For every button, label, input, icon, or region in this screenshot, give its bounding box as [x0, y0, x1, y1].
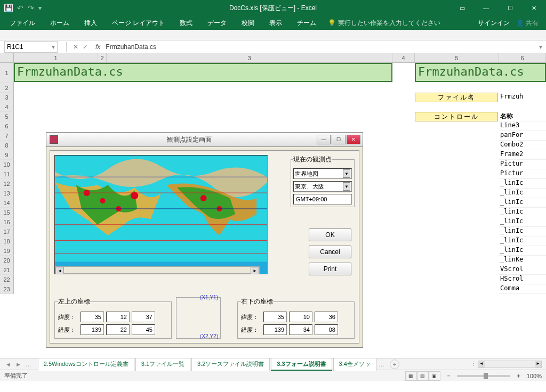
cell-c6[interactable]: _linIc: [499, 227, 546, 236]
zoom-out-icon[interactable]: －: [446, 372, 452, 380]
sheet-tab[interactable]: 3.2ソースファイル説明書: [191, 358, 270, 371]
br-lon-min[interactable]: [289, 324, 312, 335]
cell-c6[interactable]: VScrol: [499, 265, 546, 275]
row-header[interactable]: 5: [0, 112, 14, 121]
row-header[interactable]: 18: [0, 236, 14, 246]
br-lat-deg[interactable]: [263, 312, 287, 322]
row-header[interactable]: 20: [0, 256, 14, 265]
tab-data[interactable]: データ: [200, 17, 234, 30]
zoom-slider[interactable]: [457, 375, 510, 377]
sheet-tab[interactable]: 3.1ファイル一覧: [135, 358, 190, 371]
name-box[interactable]: R1C1 ▾: [4, 41, 58, 53]
map-scrollbar-horizontal[interactable]: [55, 266, 260, 274]
tl-lon-min[interactable]: [106, 324, 130, 335]
col-header[interactable]: 1: [14, 53, 98, 62]
tl-lon-deg[interactable]: [81, 324, 104, 335]
row-header[interactable]: 1: [0, 63, 14, 83]
cell-c6[interactable]: _linIc: [499, 189, 546, 198]
cell-filename-header[interactable]: ファイル名: [415, 93, 498, 102]
col-header[interactable]: 3: [107, 53, 392, 62]
zoom-percent[interactable]: 100%: [527, 373, 542, 379]
cell-c6[interactable]: Pictur: [499, 160, 546, 169]
zoom-in-icon[interactable]: ＋: [516, 372, 521, 380]
view-normal-icon[interactable]: ▦: [405, 371, 417, 381]
enter-formula-icon[interactable]: ✓: [81, 43, 90, 51]
cancel-formula-icon[interactable]: ✕: [71, 43, 81, 51]
row-header[interactable]: 7: [0, 131, 14, 141]
ok-button[interactable]: OK: [309, 228, 351, 241]
formula-input[interactable]: FrmzuhanData.cs: [106, 43, 535, 51]
cell-c6[interactable]: panFor: [499, 131, 546, 141]
row-header[interactable]: 6: [0, 121, 14, 131]
cell-c6[interactable]: _linIc: [499, 217, 546, 227]
row-header[interactable]: 8: [0, 141, 14, 150]
row-header[interactable]: 15: [0, 208, 14, 217]
redo-icon[interactable]: ↷: [28, 4, 34, 12]
row-header[interactable]: 13: [0, 189, 14, 198]
col-header[interactable]: 6: [499, 53, 546, 62]
cell-c6[interactable]: 名称: [499, 112, 546, 121]
fx-icon[interactable]: fx: [95, 43, 100, 51]
cell-c6[interactable]: _linIc: [499, 208, 546, 217]
tab-file[interactable]: ファイル: [2, 17, 43, 30]
maximize-icon[interactable]: ☐: [498, 0, 522, 16]
print-button[interactable]: Print: [309, 263, 351, 275]
col-header[interactable]: 5: [415, 53, 499, 62]
row-header[interactable]: 12: [0, 179, 14, 189]
cell-c6[interactable]: Frmzuh: [499, 93, 546, 102]
cell-c6[interactable]: _linIc: [499, 246, 546, 256]
tab-formulas[interactable]: 数式: [172, 17, 200, 30]
expand-formula-bar-icon[interactable]: ▾: [535, 43, 546, 51]
ribbon-options-icon[interactable]: ▭: [450, 0, 474, 16]
tab-review[interactable]: 校閲: [234, 17, 262, 30]
grid-area[interactable]: 1234567891011121314151617181920212223 Fr…: [0, 63, 546, 358]
select-all-corner[interactable]: [0, 53, 14, 62]
row-header[interactable]: 9: [0, 150, 14, 160]
cell-c6[interactable]: HScrol: [499, 275, 546, 284]
row-header[interactable]: 19: [0, 246, 14, 256]
row-header[interactable]: 16: [0, 217, 14, 227]
cell-c6[interactable]: Pictur: [499, 169, 546, 179]
row-header[interactable]: 14: [0, 198, 14, 208]
tl-lat-min[interactable]: [106, 312, 130, 322]
row-header[interactable]: 4: [0, 102, 14, 112]
cell-c6[interactable]: Frame2: [499, 150, 546, 160]
row-header[interactable]: 17: [0, 227, 14, 236]
dialog-minimize-icon[interactable]: —: [317, 135, 331, 144]
tab-team[interactable]: チーム: [290, 17, 324, 30]
cell-c6[interactable]: Comma: [499, 284, 546, 294]
qat-dropdown-icon[interactable]: ▾: [38, 4, 42, 12]
cell-c6[interactable]: Combo2: [499, 141, 546, 150]
location-combo[interactable]: 東京、大阪 ▼: [293, 181, 352, 192]
row-header[interactable]: 2: [0, 83, 14, 93]
row-header[interactable]: 3: [0, 93, 14, 102]
row-header[interactable]: 11: [0, 169, 14, 179]
br-lat-sec[interactable]: [315, 312, 338, 322]
sheet-split-icon[interactable]: ⋮: [471, 361, 477, 368]
dialog-close-icon[interactable]: ✕: [347, 135, 360, 144]
tl-lat-sec[interactable]: [132, 312, 155, 322]
view-pagelayout-icon[interactable]: ▤: [417, 371, 429, 381]
horizontal-scrollbar[interactable]: ◄►: [478, 361, 542, 368]
cell-r1c1[interactable]: FrmzuhanData.cs: [14, 63, 392, 82]
sheet-nav-last-icon[interactable]: ►: [15, 361, 21, 368]
row-header[interactable]: 23: [0, 284, 14, 294]
cell-c6[interactable]: _linIc: [499, 236, 546, 246]
view-pagebreak-icon[interactable]: ▣: [429, 371, 440, 381]
row-header[interactable]: 21: [0, 265, 14, 275]
col-header[interactable]: 2: [98, 53, 107, 62]
save-icon[interactable]: 💾: [4, 4, 13, 12]
dialog-maximize-icon[interactable]: ☐: [332, 135, 346, 144]
name-box-dropdown-icon[interactable]: ▾: [52, 43, 55, 51]
sheet-tab[interactable]: 2.5Windowsコントロール定義書: [38, 358, 134, 371]
cell-r1c5[interactable]: FrmzuhanData.cs: [415, 63, 546, 82]
cell-c6[interactable]: _linIc: [499, 179, 546, 189]
cell-control-header[interactable]: コントロール: [415, 112, 498, 121]
map-type-combo[interactable]: 世界地図 ▼: [293, 168, 352, 179]
sheet-tab[interactable]: 3.3フォーム説明書: [271, 358, 332, 371]
tell-me-search[interactable]: 💡 実行したい作業を入力してください: [328, 19, 440, 28]
row-header[interactable]: 22: [0, 275, 14, 284]
share-button[interactable]: 👤 共有: [516, 19, 539, 28]
cell-c6[interactable]: _linIc: [499, 198, 546, 208]
sheet-nav-first-icon[interactable]: ◄: [5, 361, 11, 368]
